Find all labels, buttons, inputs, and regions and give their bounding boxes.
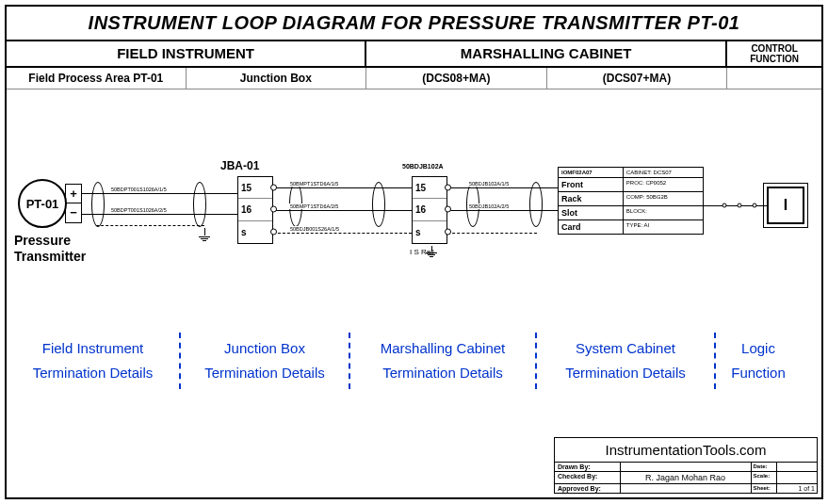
header-marshalling-cabinet: MARSHALLING CABINET — [366, 41, 727, 66]
termination-details-row: Field Instrument Termination Details Jun… — [7, 325, 821, 398]
tb-drawn-label: Drawn By: — [555, 463, 621, 471]
pt-plus-terminal: + — [66, 185, 81, 203]
wire-seg3-pos — [447, 187, 558, 188]
mbox-term-15: 15 — [413, 177, 446, 199]
logic-symbol-text: I — [784, 197, 787, 214]
pt-label: Pressure Transmitter — [14, 233, 86, 265]
blue-marshalling-cabinet: Marshalling Cabinet Termination Details — [350, 333, 535, 389]
pt-minus-terminal: − — [66, 203, 81, 222]
scab-cabinet: CABINET: DCS07 — [624, 168, 703, 177]
wlabel-seg3-neg: 50BDJB102A/2/5 — [468, 203, 510, 209]
page-title: INSTRUMENT LOOP DIAGRAM FOR PRESSURE TRA… — [12, 12, 816, 34]
mbox-term-s: s — [413, 221, 446, 243]
scab-front: Front — [559, 178, 624, 191]
blue-jb-l2: Termination Details — [187, 361, 343, 385]
wlabel-seg2-pos: 50BMPT1STD6A/1/5 — [289, 181, 339, 187]
pt-label-l2: Transmitter — [14, 249, 86, 265]
tb-date-label: Date: — [752, 463, 778, 471]
wire-seg1-pos — [82, 193, 237, 194]
header-ctrl-l2: FUNCTION — [729, 54, 820, 64]
tb-approved-label: Approved By: — [555, 484, 621, 493]
pt-label-l1: Pressure — [14, 233, 86, 249]
blue-lf-l1: Logic — [722, 336, 795, 361]
tb-scale-label: Scale: — [752, 472, 778, 483]
tb-approved-value — [621, 484, 752, 493]
pt-tag: PT-01 — [26, 197, 59, 211]
blue-junction-box: Junction Box Termination Details — [181, 333, 349, 389]
blue-sc-l1: System Cabinet — [543, 336, 708, 361]
header-ctrl-l1: CONTROL — [729, 43, 820, 54]
blue-logic-function: Logic Function — [716, 333, 801, 389]
wlabel-seg2-shd: 50BDJB001S26A/1/5 — [289, 226, 340, 232]
wlabel-seg3-pos: 50BDJB102A/1/5 — [468, 181, 510, 187]
scab-rack: Rack — [559, 192, 624, 205]
scab-iom: IOMF02A07 — [559, 168, 624, 177]
tb-checked-label: Checked By: — [555, 472, 621, 483]
scab-comp: COMP: 50BG2B — [624, 192, 703, 205]
wire-seg1-shield — [96, 225, 204, 226]
loop-diagram: PT-01 Pressure Transmitter + − JBA-01 15… — [7, 89, 821, 325]
wire-seg1-neg — [82, 214, 237, 215]
blue-jb-l1: Junction Box — [187, 336, 343, 361]
ground-icon-2 — [426, 246, 437, 258]
scab-card: Card — [559, 220, 624, 234]
subheader-row: Field Process Area PT-01 Junction Box (D… — [7, 68, 821, 89]
sub-field-process: Field Process Area PT-01 — [7, 68, 187, 89]
sub-junction-box: Junction Box — [187, 68, 367, 89]
blue-mc-l2: Termination Details — [356, 361, 529, 385]
junction-box: 15 16 s — [237, 176, 273, 244]
sub-ctrl — [727, 68, 821, 89]
header-control-function: CONTROL FUNCTION — [727, 41, 821, 66]
node-1 — [722, 203, 727, 208]
system-cabinet-table: IOMF02A07 CABINET: DCS07 Front PROC: CP0… — [558, 167, 704, 235]
cable-shield-4 — [372, 182, 385, 227]
blue-fi-l1: Field Instrument — [12, 336, 173, 361]
blue-sc-l2: Termination Details — [543, 361, 708, 385]
scab-slot: Slot — [559, 206, 624, 219]
pt-terminal-block: + − — [65, 184, 82, 223]
jbox-term-16: 16 — [238, 199, 272, 220]
jbox-term-15: 15 — [238, 177, 272, 199]
wire-seg2-shield — [273, 233, 412, 234]
tb-sheet-label: Sheet: — [752, 484, 778, 493]
cable-shield-1 — [91, 182, 105, 227]
marshalling-block: 15 16 s — [412, 176, 447, 244]
blue-field-instrument: Field Instrument Termination Details — [7, 333, 179, 389]
ground-icon-1 — [199, 228, 210, 242]
mbox-term-16: 16 — [413, 199, 446, 220]
tb-checked-value: R. Jagan Mohan Rao — [621, 472, 752, 483]
wire-seg3-shield — [447, 233, 537, 234]
header-field-instrument: FIELD INSTRUMENT — [7, 41, 366, 66]
blue-mc-l1: Marshalling Cabinet — [356, 336, 529, 361]
logic-function-symbol: I — [767, 187, 804, 224]
blue-system-cabinet: System Cabinet Termination Details — [537, 333, 714, 389]
tb-scale-value — [777, 472, 817, 483]
scab-proc: PROC: CP0052 — [624, 178, 703, 191]
junction-box-label: JBA-01 — [220, 159, 259, 172]
sub-marsh-2: (DCS07+MA) — [547, 68, 728, 89]
scab-type: TYPE: AI — [624, 220, 703, 234]
titleblock-site: InstrumentationTools.com — [555, 438, 817, 463]
wlabel-seg1-neg: 50BDPT001S1026A/2/5 — [110, 207, 168, 213]
marshalling-block-label: 50BDJB102A — [402, 163, 444, 170]
header-row: FIELD INSTRUMENT MARSHALLING CABINET CON… — [7, 41, 821, 68]
jbox-term-s: s — [238, 221, 272, 243]
cable-shield-6 — [529, 182, 543, 227]
pt-transmitter-symbol: PT-01 — [18, 179, 67, 228]
node-2 — [738, 203, 742, 208]
scab-block: BLOCK: — [624, 206, 703, 219]
wlabel-seg1-pos: 50BDPT001S1026A/1/5 — [110, 187, 168, 192]
blue-lf-l2: Function — [722, 361, 795, 385]
blue-fi-l2: Termination Details — [12, 361, 173, 385]
drawing-titleblock: InstrumentationTools.com Drawn By: Date:… — [554, 437, 818, 494]
tb-date-value — [777, 463, 817, 471]
sub-marsh-1: (DCS08+MA) — [366, 68, 547, 89]
title-bar: INSTRUMENT LOOP DIAGRAM FOR PRESSURE TRA… — [7, 7, 821, 41]
wlabel-seg2-neg: 50BMPT1STD6A/2/5 — [289, 203, 339, 209]
tb-drawn-value — [621, 463, 752, 471]
cable-shield-2 — [193, 182, 206, 227]
tb-sheet-value: 1 of 1 — [777, 484, 817, 493]
node-3 — [753, 203, 757, 208]
